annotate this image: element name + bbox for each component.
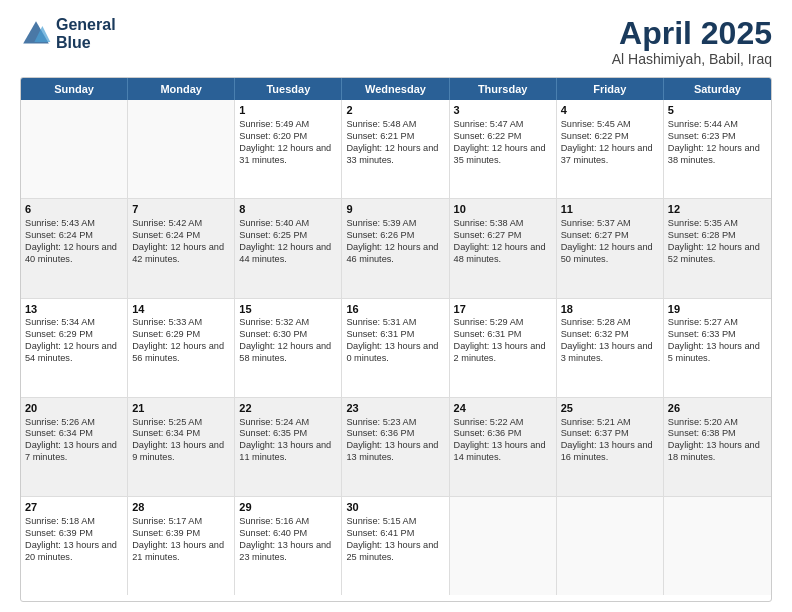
day-number: 1 (239, 103, 337, 118)
cell-info: Sunrise: 5:17 AMSunset: 6:39 PMDaylight:… (132, 516, 230, 564)
day-number: 29 (239, 500, 337, 515)
table-row: 30 Sunrise: 5:15 AMSunset: 6:41 PMDaylig… (342, 497, 449, 595)
table-row: 15 Sunrise: 5:32 AMSunset: 6:30 PMDaylig… (235, 299, 342, 397)
day-number: 11 (561, 202, 659, 217)
cell-info: Sunrise: 5:23 AMSunset: 6:36 PMDaylight:… (346, 417, 444, 465)
col-sunday: Sunday (21, 78, 128, 100)
table-row: 22 Sunrise: 5:24 AMSunset: 6:35 PMDaylig… (235, 398, 342, 496)
week-5: 27 Sunrise: 5:18 AMSunset: 6:39 PMDaylig… (21, 497, 771, 595)
table-row: 2 Sunrise: 5:48 AMSunset: 6:21 PMDayligh… (342, 100, 449, 198)
day-number: 15 (239, 302, 337, 317)
day-number: 21 (132, 401, 230, 416)
calendar-body: 1 Sunrise: 5:49 AMSunset: 6:20 PMDayligh… (21, 100, 771, 595)
header: General Blue April 2025 Al Hashimiyah, B… (20, 16, 772, 67)
col-saturday: Saturday (664, 78, 771, 100)
table-row: 9 Sunrise: 5:39 AMSunset: 6:26 PMDayligh… (342, 199, 449, 297)
cell-info: Sunrise: 5:49 AMSunset: 6:20 PMDaylight:… (239, 119, 337, 167)
logo-line2: Blue (56, 34, 116, 52)
table-row: 3 Sunrise: 5:47 AMSunset: 6:22 PMDayligh… (450, 100, 557, 198)
table-row: 14 Sunrise: 5:33 AMSunset: 6:29 PMDaylig… (128, 299, 235, 397)
table-row: 29 Sunrise: 5:16 AMSunset: 6:40 PMDaylig… (235, 497, 342, 595)
calendar-header: Sunday Monday Tuesday Wednesday Thursday… (21, 78, 771, 100)
table-row: 28 Sunrise: 5:17 AMSunset: 6:39 PMDaylig… (128, 497, 235, 595)
logo-text: General Blue (56, 16, 116, 51)
cell-info: Sunrise: 5:34 AMSunset: 6:29 PMDaylight:… (25, 317, 123, 365)
cell-info: Sunrise: 5:29 AMSunset: 6:31 PMDaylight:… (454, 317, 552, 365)
table-row: 16 Sunrise: 5:31 AMSunset: 6:31 PMDaylig… (342, 299, 449, 397)
day-number: 3 (454, 103, 552, 118)
cell-info: Sunrise: 5:25 AMSunset: 6:34 PMDaylight:… (132, 417, 230, 465)
cell-info: Sunrise: 5:38 AMSunset: 6:27 PMDaylight:… (454, 218, 552, 266)
cell-info: Sunrise: 5:40 AMSunset: 6:25 PMDaylight:… (239, 218, 337, 266)
cell-info: Sunrise: 5:42 AMSunset: 6:24 PMDaylight:… (132, 218, 230, 266)
day-number: 25 (561, 401, 659, 416)
table-row: 5 Sunrise: 5:44 AMSunset: 6:23 PMDayligh… (664, 100, 771, 198)
logo: General Blue (20, 16, 116, 51)
col-friday: Friday (557, 78, 664, 100)
week-3: 13 Sunrise: 5:34 AMSunset: 6:29 PMDaylig… (21, 299, 771, 398)
table-row (450, 497, 557, 595)
day-number: 16 (346, 302, 444, 317)
day-number: 2 (346, 103, 444, 118)
table-row: 13 Sunrise: 5:34 AMSunset: 6:29 PMDaylig… (21, 299, 128, 397)
cell-info: Sunrise: 5:33 AMSunset: 6:29 PMDaylight:… (132, 317, 230, 365)
cell-info: Sunrise: 5:35 AMSunset: 6:28 PMDaylight:… (668, 218, 767, 266)
day-number: 12 (668, 202, 767, 217)
col-wednesday: Wednesday (342, 78, 449, 100)
cell-info: Sunrise: 5:28 AMSunset: 6:32 PMDaylight:… (561, 317, 659, 365)
table-row: 25 Sunrise: 5:21 AMSunset: 6:37 PMDaylig… (557, 398, 664, 496)
day-number: 27 (25, 500, 123, 515)
logo-icon (20, 18, 52, 50)
logo-line1: General (56, 16, 116, 34)
day-number: 24 (454, 401, 552, 416)
table-row: 8 Sunrise: 5:40 AMSunset: 6:25 PMDayligh… (235, 199, 342, 297)
table-row (128, 100, 235, 198)
table-row: 27 Sunrise: 5:18 AMSunset: 6:39 PMDaylig… (21, 497, 128, 595)
day-number: 9 (346, 202, 444, 217)
table-row: 24 Sunrise: 5:22 AMSunset: 6:36 PMDaylig… (450, 398, 557, 496)
day-number: 30 (346, 500, 444, 515)
table-row: 18 Sunrise: 5:28 AMSunset: 6:32 PMDaylig… (557, 299, 664, 397)
cell-info: Sunrise: 5:22 AMSunset: 6:36 PMDaylight:… (454, 417, 552, 465)
table-row: 4 Sunrise: 5:45 AMSunset: 6:22 PMDayligh… (557, 100, 664, 198)
cell-info: Sunrise: 5:16 AMSunset: 6:40 PMDaylight:… (239, 516, 337, 564)
cell-info: Sunrise: 5:26 AMSunset: 6:34 PMDaylight:… (25, 417, 123, 465)
cell-info: Sunrise: 5:47 AMSunset: 6:22 PMDaylight:… (454, 119, 552, 167)
table-row: 20 Sunrise: 5:26 AMSunset: 6:34 PMDaylig… (21, 398, 128, 496)
month-title: April 2025 (612, 16, 772, 51)
table-row: 17 Sunrise: 5:29 AMSunset: 6:31 PMDaylig… (450, 299, 557, 397)
table-row: 23 Sunrise: 5:23 AMSunset: 6:36 PMDaylig… (342, 398, 449, 496)
table-row: 12 Sunrise: 5:35 AMSunset: 6:28 PMDaylig… (664, 199, 771, 297)
day-number: 7 (132, 202, 230, 217)
table-row (664, 497, 771, 595)
day-number: 26 (668, 401, 767, 416)
week-2: 6 Sunrise: 5:43 AMSunset: 6:24 PMDayligh… (21, 199, 771, 298)
day-number: 18 (561, 302, 659, 317)
cell-info: Sunrise: 5:48 AMSunset: 6:21 PMDaylight:… (346, 119, 444, 167)
cell-info: Sunrise: 5:31 AMSunset: 6:31 PMDaylight:… (346, 317, 444, 365)
col-monday: Monday (128, 78, 235, 100)
day-number: 5 (668, 103, 767, 118)
day-number: 6 (25, 202, 123, 217)
day-number: 14 (132, 302, 230, 317)
cell-info: Sunrise: 5:44 AMSunset: 6:23 PMDaylight:… (668, 119, 767, 167)
cell-info: Sunrise: 5:32 AMSunset: 6:30 PMDaylight:… (239, 317, 337, 365)
table-row: 1 Sunrise: 5:49 AMSunset: 6:20 PMDayligh… (235, 100, 342, 198)
cell-info: Sunrise: 5:24 AMSunset: 6:35 PMDaylight:… (239, 417, 337, 465)
day-number: 22 (239, 401, 337, 416)
table-row: 6 Sunrise: 5:43 AMSunset: 6:24 PMDayligh… (21, 199, 128, 297)
day-number: 19 (668, 302, 767, 317)
table-row: 21 Sunrise: 5:25 AMSunset: 6:34 PMDaylig… (128, 398, 235, 496)
cell-info: Sunrise: 5:37 AMSunset: 6:27 PMDaylight:… (561, 218, 659, 266)
table-row (557, 497, 664, 595)
day-number: 13 (25, 302, 123, 317)
day-number: 4 (561, 103, 659, 118)
cell-info: Sunrise: 5:45 AMSunset: 6:22 PMDaylight:… (561, 119, 659, 167)
cell-info: Sunrise: 5:15 AMSunset: 6:41 PMDaylight:… (346, 516, 444, 564)
table-row: 26 Sunrise: 5:20 AMSunset: 6:38 PMDaylig… (664, 398, 771, 496)
page: General Blue April 2025 Al Hashimiyah, B… (0, 0, 792, 612)
table-row: 10 Sunrise: 5:38 AMSunset: 6:27 PMDaylig… (450, 199, 557, 297)
cell-info: Sunrise: 5:27 AMSunset: 6:33 PMDaylight:… (668, 317, 767, 365)
location-title: Al Hashimiyah, Babil, Iraq (612, 51, 772, 67)
week-1: 1 Sunrise: 5:49 AMSunset: 6:20 PMDayligh… (21, 100, 771, 199)
